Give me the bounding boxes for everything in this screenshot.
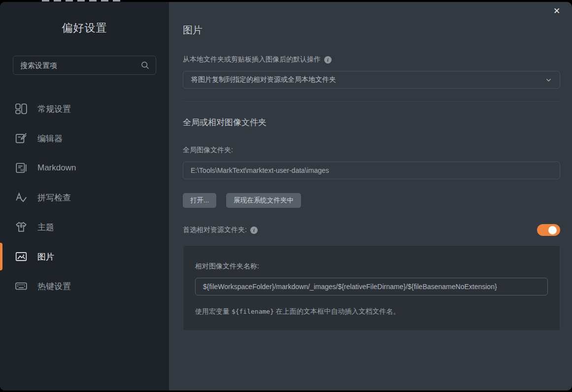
search-input[interactable] bbox=[13, 56, 156, 75]
global-folder-input[interactable] bbox=[183, 162, 560, 179]
markdown-icon: M bbox=[15, 162, 28, 174]
search-box bbox=[13, 56, 156, 75]
sidebar-item-theme[interactable]: 主题 bbox=[0, 212, 169, 242]
default-action-label: 从本地文件夹或剪贴板插入图像后的默认操作 bbox=[183, 55, 321, 64]
general-icon bbox=[15, 102, 28, 115]
macro-hint-suffix: 在上面的文本框中自动插入文档文件名。 bbox=[274, 307, 400, 315]
toggle-knob bbox=[548, 226, 557, 234]
sidebar-item-keybindings[interactable]: 热键设置 bbox=[0, 271, 169, 301]
info-icon: i bbox=[250, 227, 258, 234]
sidebar-item-markdown[interactable]: M Markdown bbox=[0, 153, 169, 183]
sidebar-nav: 常规设置 编辑器 M Markdown bbox=[0, 94, 169, 301]
spellcheck-icon bbox=[15, 191, 28, 204]
relative-folder-panel: 相对图像文件夹名称: 使用宏变量 ${filename} 在上面的文本框中自动插… bbox=[183, 245, 560, 331]
prefer-relative-label: 首选相对资源文件夹: bbox=[183, 226, 247, 234]
keyboard-icon bbox=[15, 280, 28, 293]
window-top-remnant bbox=[42, 0, 122, 1]
prefer-relative-row: 首选相对资源文件夹: i bbox=[183, 224, 560, 236]
svg-text:M: M bbox=[20, 168, 23, 172]
sidebar-item-spellcheck[interactable]: 拼写检查 bbox=[0, 183, 169, 212]
macro-hint-prefix: 使用宏变量 bbox=[195, 307, 232, 315]
global-folder-label: 全局图像文件夹: bbox=[183, 146, 560, 155]
macro-hint-code: ${filename} bbox=[232, 308, 274, 315]
editor-icon bbox=[15, 132, 28, 145]
chevron-down-icon bbox=[545, 77, 552, 83]
sidebar-item-image[interactable]: 图片 bbox=[0, 242, 169, 271]
macro-hint: 使用宏变量 ${filename} 在上面的文本框中自动插入文档文件名。 bbox=[195, 307, 548, 316]
sidebar-item-label: 编辑器 bbox=[37, 133, 63, 144]
sidebar-item-label: 常规设置 bbox=[37, 103, 71, 115]
sidebar-title: 偏好设置 bbox=[0, 21, 169, 35]
open-folder-button[interactable]: 打开... bbox=[183, 193, 216, 208]
sidebar-item-label: 图片 bbox=[37, 251, 54, 262]
default-action-selected-value: 将图片复制到指定的相对资源或全局本地文件夹 bbox=[191, 75, 336, 84]
folder-section-title: 全局或相对图像文件夹 bbox=[183, 117, 560, 128]
prefer-relative-toggle[interactable] bbox=[537, 224, 560, 236]
sidebar-item-editor[interactable]: 编辑器 bbox=[0, 124, 169, 153]
close-icon[interactable]: ✕ bbox=[551, 7, 562, 18]
folder-buttons-row: 打开... 展现在系统文件夹中 bbox=[183, 193, 560, 208]
search-icon bbox=[140, 60, 150, 70]
sidebar-item-label: 拼写检查 bbox=[37, 192, 71, 203]
sidebar-item-label: 热键设置 bbox=[37, 281, 71, 292]
image-icon bbox=[15, 250, 28, 263]
default-action-label-row: 从本地文件夹或剪贴板插入图像后的默认操作 i bbox=[183, 55, 560, 64]
image-settings-pane: ✕ 图片 从本地文件夹或剪贴板插入图像后的默认操作 i 将图片复制到指定的相对资… bbox=[169, 2, 572, 391]
relative-folder-name-label: 相对图像文件夹名称: bbox=[195, 262, 548, 271]
info-icon: i bbox=[324, 56, 332, 64]
sidebar-item-general[interactable]: 常规设置 bbox=[0, 94, 169, 124]
theme-icon bbox=[15, 221, 28, 233]
relative-folder-name-input[interactable] bbox=[195, 278, 548, 295]
sidebar-item-label: Markdown bbox=[37, 163, 76, 173]
reveal-in-explorer-button[interactable]: 展现在系统文件夹中 bbox=[226, 193, 301, 208]
page-title: 图片 bbox=[183, 24, 560, 37]
preferences-window: 偏好设置 常规设置 编辑 bbox=[0, 2, 572, 391]
sidebar-item-label: 主题 bbox=[37, 222, 54, 233]
section-divider bbox=[183, 101, 560, 101]
sidebar: 偏好设置 常规设置 编辑 bbox=[0, 2, 169, 391]
default-action-select[interactable]: 将图片复制到指定的相对资源或全局本地文件夹 bbox=[183, 71, 560, 89]
prefer-relative-label-row: 首选相对资源文件夹: i bbox=[183, 226, 258, 234]
